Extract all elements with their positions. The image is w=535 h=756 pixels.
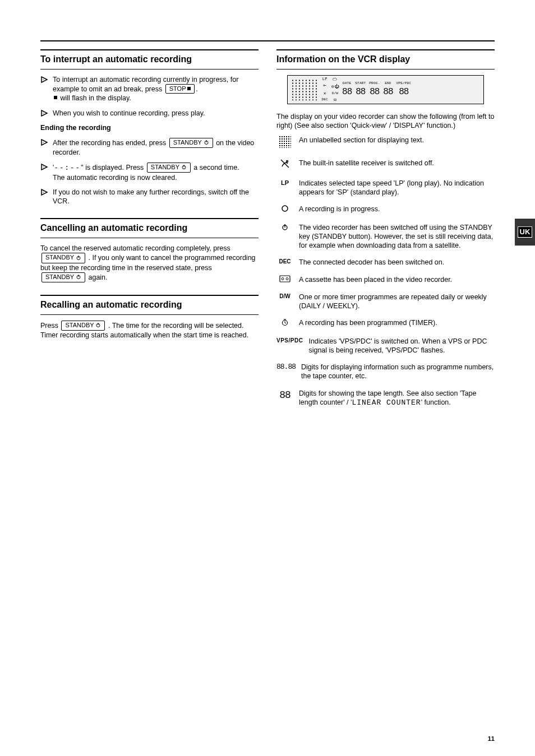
cassette-icon (276, 275, 293, 285)
step-2: When you wish to continue recording, pre… (40, 109, 259, 118)
stdby-text: The video recorder has been switched off… (299, 223, 495, 251)
indicators-intro: The display on your video recorder can s… (276, 112, 495, 131)
intro-ref: DISPLAY (394, 122, 423, 129)
indicator-segments: 88.88 Digits for displaying information … (276, 363, 495, 381)
satellite-off-icon (276, 159, 293, 171)
svg-marker-4 (41, 140, 47, 145)
stop-glyph (54, 94, 57, 101)
svg-point-22 (282, 206, 288, 211)
step-arrow-icon (40, 188, 48, 196)
step1-text-a: To interrupt an automatic recording curr… (53, 76, 238, 93)
svg-point-1 (43, 79, 43, 80)
section-title-cancelling: Cancelling an automatic recording (40, 218, 259, 238)
counter-text: Digits for showing the tape length. See … (299, 389, 495, 408)
ending-subtitle: Ending the recording (40, 124, 111, 132)
dec-icon: DEC (276, 258, 293, 265)
step1-sub: will flash in the display. (58, 94, 131, 102)
dot-matrix-icon (279, 136, 291, 148)
indicator-counter: 88 Digits for showing the tape length. S… (276, 389, 495, 408)
standby-key: STANDBY (41, 253, 85, 263)
svg-marker-0 (41, 77, 47, 82)
step-5: If you do not wish to make any further r… (40, 188, 259, 206)
lp-text: Indicates selected tape speed 'LP' (long… (299, 179, 495, 197)
indicator-record: A recording is in progress. (276, 205, 495, 215)
svg-point-3 (43, 113, 43, 113)
indicator-lp: LP Indicates selected tape speed 'LP' (l… (276, 179, 495, 197)
step-4: '--:--'' is displayed. Press STANDBY a s… (40, 163, 259, 182)
cassette-text: A cassette has been placed in the video … (299, 275, 495, 284)
step4-dashes: --:-- (54, 164, 81, 172)
intro-a: The display on your video recorder can s… (276, 113, 494, 129)
sat-text: The built-in satellite receiver is switc… (299, 159, 495, 168)
svg-marker-12 (41, 189, 47, 195)
counter-digits-icon: 88 (276, 389, 293, 402)
indicator-sat-off: The built-in satellite receiver is switc… (276, 159, 495, 171)
standby-key: STANDBY (61, 321, 105, 331)
svg-point-13 (43, 192, 43, 192)
indicator-dots: An unlabelled section for displaying tex… (276, 136, 495, 150)
uk-tab: UK (515, 219, 535, 245)
dot-matrix-icon (291, 79, 318, 100)
dw-icon: D/W (276, 293, 293, 300)
step5-text: If you do not wish to make any further r… (53, 188, 259, 206)
indicator-standby: The video recorder has been switched off… (276, 223, 495, 251)
indicator-timer: A recording has been programmed (TIMER). (276, 318, 495, 328)
step1-text-b: . (196, 85, 197, 93)
svg-point-27 (286, 277, 288, 280)
vcr-display-illustration: LP⟜✕DEC ⬭⊙⏻D/W⧈ DATE88 START88 PROG.88 E… (287, 75, 483, 104)
intro-b: function.) (425, 122, 455, 129)
lp-icon: LP (276, 179, 293, 187)
rec-text: A recording is in progress. (299, 205, 495, 214)
section-title-interrupt: To interrupt an automatic recording (40, 49, 259, 69)
step-1: To interrupt an automatic recording curr… (40, 75, 259, 103)
cancelling-body: To cancel the reserved automatic recordi… (40, 244, 259, 282)
right-column: Information on the VCR display LP⟜✕DEC ⬭… (276, 49, 495, 416)
dw-text: One or more timer programmes are repeate… (299, 293, 495, 311)
step-arrow-icon (40, 76, 48, 84)
indicator-vps: VPS/PDC Indicates 'VPS/PDC' is switched … (276, 337, 495, 355)
step2-text: When you wish to continue recording, pre… (53, 109, 259, 118)
step4-text-c: The automatic recording is now cleared. (53, 174, 177, 182)
left-column: To interrupt an automatic recording To i… (40, 49, 259, 416)
recall-body: Press STANDBY . The time for the recordi… (40, 321, 259, 340)
cancel-text-c: again. (88, 273, 107, 281)
indicator-dw: D/W One or more timer programmes are rep… (276, 293, 495, 311)
cancel-text-a: To cancel the reserved automatic recordi… (40, 244, 230, 252)
recall-text-a: Press (40, 322, 60, 330)
page-number: 11 (488, 735, 495, 743)
standby-key: STANDBY (169, 138, 213, 148)
svg-marker-2 (41, 110, 47, 116)
timer-text: A recording has been programmed (TIMER). (299, 318, 495, 327)
dec-text: The connected decoder has been switched … (299, 258, 495, 267)
step4-text-a: '' is displayed. Press (81, 164, 146, 171)
svg-point-5 (43, 142, 43, 142)
vpspdc-icon: VPS/PDC (276, 337, 303, 344)
indicator-cassette: A cassette has been placed in the video … (276, 275, 495, 285)
segment-digits-icon: 88.88 (276, 363, 296, 372)
step-arrow-icon (40, 163, 48, 171)
section-title-recall: Recalling an automatic recording (40, 295, 259, 315)
svg-point-20 (287, 160, 288, 162)
standby-icon (276, 223, 293, 233)
svg-point-26 (282, 277, 284, 280)
seg-text: Digits for displaying information such a… (301, 363, 495, 381)
step4-text-b: a second time. (193, 164, 239, 171)
record-circle-icon (276, 205, 293, 215)
step-3: After the recording has ended, press STA… (40, 138, 259, 157)
step3-text-a: After the recording has ended, press (53, 139, 168, 147)
counter-ref: LINEAR COUNTER (352, 398, 421, 407)
standby-key: STANDBY (41, 272, 85, 282)
svg-marker-8 (41, 164, 47, 170)
dots-text: An unlabelled section for displaying tex… (299, 136, 495, 145)
svg-point-9 (43, 167, 43, 168)
svg-line-30 (285, 323, 286, 323)
step-arrow-icon (40, 138, 48, 146)
step-arrow-icon (40, 109, 48, 117)
stop-key: STOP (165, 84, 195, 94)
section-title-indicators: Information on the VCR display (276, 49, 495, 69)
standby-key: STANDBY (147, 163, 191, 173)
indicator-dec: DEC The connected decoder has been switc… (276, 258, 495, 267)
timer-clock-icon (276, 318, 293, 328)
vps-text: Indicates 'VPS/PDC' is switched on. When… (308, 337, 495, 355)
